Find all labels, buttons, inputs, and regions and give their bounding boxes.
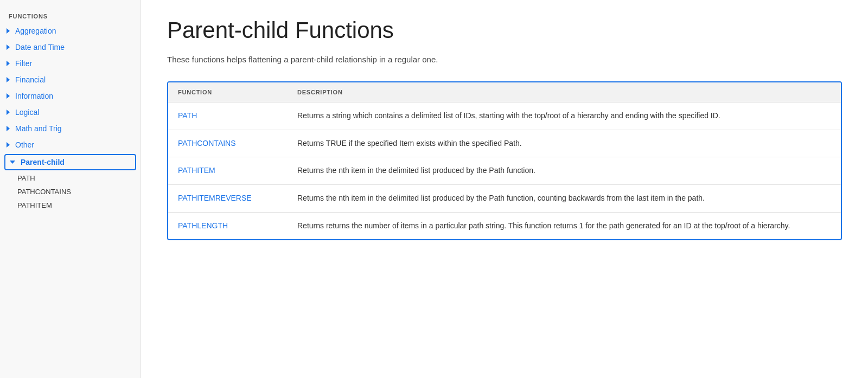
sidebar-item-label: Filter	[15, 59, 32, 68]
sidebar-item-label: Aggregation	[15, 27, 56, 35]
function-name-cell[interactable]: PATH	[168, 102, 288, 130]
function-name-cell[interactable]: PATHCONTAINS	[168, 130, 288, 157]
arrow-right-icon	[7, 93, 10, 99]
arrow-right-icon	[7, 61, 10, 66]
sidebar-item-other[interactable]: Other	[0, 137, 141, 153]
arrow-right-icon	[7, 28, 10, 34]
function-description-cell: Returns the nth item in the delimited li…	[288, 157, 841, 185]
sidebar-item-label: Information	[15, 92, 53, 100]
sidebar-item-parent-child[interactable]: Parent-child	[4, 154, 136, 170]
col-function-header: FUNCTION	[168, 82, 288, 102]
sidebar-item-label: Math and Trig	[15, 124, 62, 133]
col-description-header: DESCRIPTION	[288, 82, 841, 102]
sidebar-item-information[interactable]: Information	[0, 88, 141, 104]
functions-table-wrapper: FUNCTION DESCRIPTION PATHReturns a strin…	[167, 81, 842, 240]
arrow-right-icon	[7, 142, 10, 148]
function-description-cell: Returns returns the number of items in a…	[288, 212, 841, 239]
function-description-cell: Returns the nth item in the delimited li…	[288, 185, 841, 213]
sidebar-section-header: FUNCTIONS	[0, 9, 141, 23]
main-content: Parent-child Functions These functions h…	[141, 0, 868, 378]
arrow-right-icon	[7, 44, 10, 50]
sidebar-item-label: Date and Time	[15, 43, 65, 52]
page-description: These functions helps flattening a paren…	[167, 53, 842, 66]
sidebar-item-math-and-trig[interactable]: Math and Trig	[0, 120, 141, 137]
sidebar-item-logical[interactable]: Logical	[0, 104, 141, 120]
function-name-cell[interactable]: PATHLENGTH	[168, 212, 288, 239]
table-row: PATHLENGTHReturns returns the number of …	[168, 212, 841, 239]
function-description-cell: Returns a string which contains a delimi…	[288, 102, 841, 130]
sidebar-item-filter[interactable]: Filter	[0, 55, 141, 72]
table-row: PATHCONTAINSReturns TRUE if the specifie…	[168, 130, 841, 157]
sidebar-item-label: Logical	[15, 108, 39, 117]
table-row: PATHITEMREVERSEReturns the nth item in t…	[168, 185, 841, 213]
sidebar-sub-item-pathitem[interactable]: PATHITEM	[0, 198, 141, 212]
arrow-right-icon	[7, 126, 10, 131]
function-name-cell[interactable]: PATHITEM	[168, 157, 288, 185]
sidebar-item-label: Other	[15, 140, 34, 149]
sidebar-item-label: Financial	[15, 75, 46, 84]
sidebar-item-aggregation[interactable]: Aggregation	[0, 23, 141, 39]
arrow-down-icon	[10, 161, 15, 164]
sidebar-sub-item-pathcontains[interactable]: PATHCONTAINS	[0, 185, 141, 198]
sidebar-item-date-and-time[interactable]: Date and Time	[0, 39, 141, 55]
table-header-row: FUNCTION DESCRIPTION	[168, 82, 841, 102]
sidebar-item-label: Parent-child	[21, 158, 65, 166]
functions-table: FUNCTION DESCRIPTION PATHReturns a strin…	[168, 82, 841, 239]
table-row: PATHITEMReturns the nth item in the deli…	[168, 157, 841, 185]
function-description-cell: Returns TRUE if the specified Item exist…	[288, 130, 841, 157]
function-name-cell[interactable]: PATHITEMREVERSE	[168, 185, 288, 213]
sidebar: FUNCTIONS Aggregation Date and Time Filt…	[0, 0, 141, 378]
table-row: PATHReturns a string which contains a de…	[168, 102, 841, 130]
sidebar-item-financial[interactable]: Financial	[0, 72, 141, 88]
sidebar-sub-item-path[interactable]: PATH	[0, 171, 141, 185]
arrow-right-icon	[7, 110, 10, 115]
page-title: Parent-child Functions	[167, 17, 842, 43]
arrow-right-icon	[7, 77, 10, 82]
